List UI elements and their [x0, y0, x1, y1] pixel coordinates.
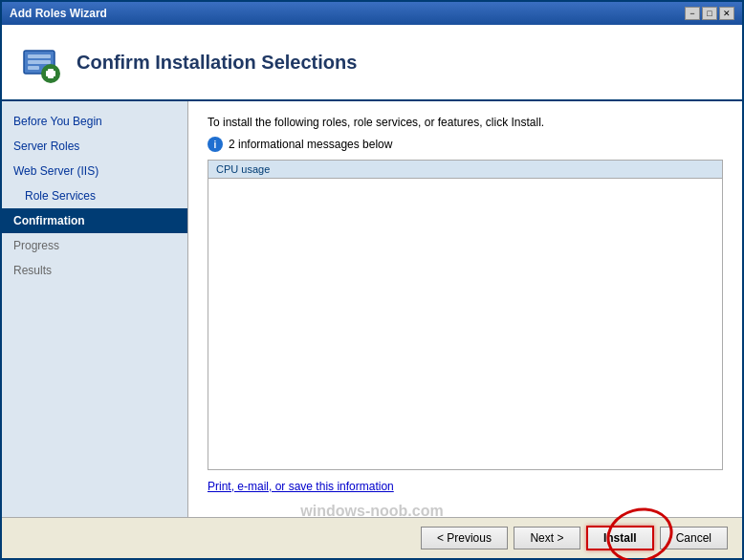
install-button[interactable]: Install — [586, 526, 654, 550]
wizard-icon — [16, 39, 62, 85]
sidebar-item-progress: Progress — [2, 233, 187, 258]
svg-rect-2 — [28, 60, 51, 64]
svg-rect-6 — [46, 71, 55, 76]
main-window: Add Roles Wizard − □ ✕ Confirm Installat… — [0, 0, 744, 560]
title-bar: Add Roles Wizard − □ ✕ — [2, 2, 742, 25]
footer: < Previous Next > Install Cancel — [2, 517, 742, 558]
window-title: Add Roles Wizard — [10, 7, 107, 20]
info-message: 2 informational messages below — [229, 138, 392, 151]
listbox-header: CPU usage — [208, 161, 722, 179]
sidebar: Before You BeginServer RolesWeb Server (… — [2, 101, 188, 517]
sidebar-item-before-you-begin[interactable]: Before You Begin — [2, 109, 187, 134]
sidebar-item-role-services[interactable]: Role Services — [2, 183, 187, 208]
next-button[interactable]: Next > — [514, 527, 580, 549]
main-area: Before You BeginServer RolesWeb Server (… — [2, 101, 742, 517]
content-pane: To install the following roles, role ser… — [188, 101, 742, 517]
roles-list — [208, 179, 722, 186]
minimize-button[interactable]: − — [685, 7, 700, 20]
content-description: To install the following roles, role ser… — [208, 116, 723, 129]
print-link[interactable]: Print, e-mail, or save this information — [208, 480, 723, 493]
svg-rect-1 — [28, 54, 51, 58]
wizard-header: Confirm Installation Selections — [2, 25, 742, 101]
roles-listbox[interactable]: CPU usage — [208, 160, 723, 470]
sidebar-item-server-roles[interactable]: Server Roles — [2, 134, 187, 159]
info-icon: i — [208, 137, 223, 152]
sidebar-item-confirmation[interactable]: Confirmation — [2, 208, 187, 233]
cancel-button[interactable]: Cancel — [660, 527, 728, 549]
close-button[interactable]: ✕ — [719, 7, 734, 20]
page-title: Confirm Installation Selections — [77, 52, 357, 74]
maximize-button[interactable]: □ — [702, 7, 717, 20]
sidebar-item-web-server-iis[interactable]: Web Server (IIS) — [2, 159, 187, 183]
info-bar: i 2 informational messages below — [208, 137, 723, 152]
install-btn-wrapper: Install — [586, 526, 654, 550]
title-bar-controls: − □ ✕ — [685, 7, 734, 20]
svg-rect-3 — [28, 66, 39, 70]
sidebar-item-results: Results — [2, 258, 187, 283]
previous-button[interactable]: < Previous — [421, 527, 508, 549]
